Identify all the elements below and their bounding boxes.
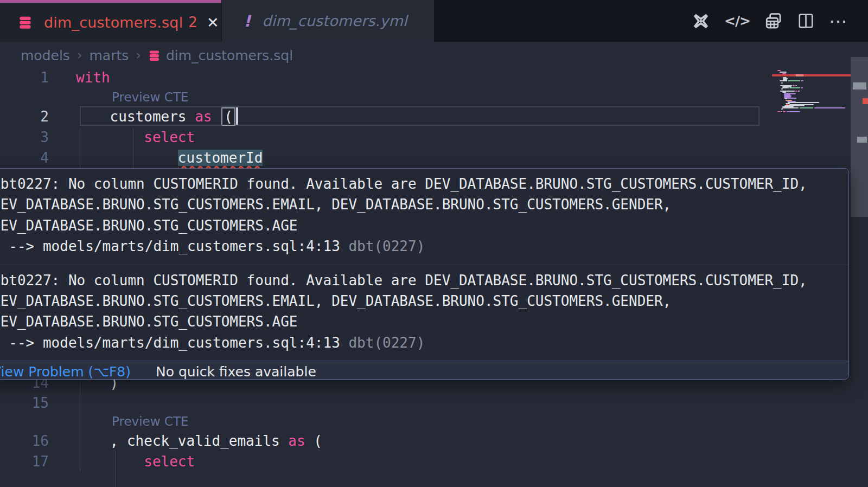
chevron-right-icon: ›	[136, 48, 141, 63]
minimap-code-line	[777, 111, 781, 112]
minimap-code-line	[787, 111, 800, 112]
minimap-code-line	[801, 87, 803, 88]
tab-label: dim_customers.sql	[44, 14, 183, 31]
minimap-code-line	[781, 88, 783, 89]
minimap-code-line	[793, 85, 795, 86]
error-hover-widget: dbt0227: No column CUSTOMERID found. Ava…	[0, 168, 849, 380]
minimap-code-line	[777, 70, 781, 71]
database-icon	[148, 49, 161, 62]
code-line-1[interactable]: 1with	[0, 67, 868, 88]
line-number: 1	[0, 67, 49, 88]
query-results-icon[interactable]	[764, 12, 783, 30]
code-text: customers as (	[76, 106, 238, 127]
minimap-code-line	[798, 91, 800, 92]
more-actions-icon[interactable]: ⋯	[829, 18, 847, 24]
minimap-code-line	[789, 87, 800, 88]
minimap-code-line	[785, 98, 787, 99]
database-icon	[18, 15, 33, 30]
code-text: with	[76, 67, 110, 88]
minimap-code-line	[782, 92, 786, 93]
code-text: , check_valid_emails as (	[76, 431, 322, 451]
minimap-code-line	[782, 107, 799, 108]
line-number: 16	[0, 431, 49, 451]
no-quick-fixes-text: No quick fixes available	[156, 364, 316, 380]
code-text: select	[76, 451, 195, 472]
code-text: select	[76, 127, 195, 148]
diagnostic-text: DEV_DATABASE.BRUNO.STG_CUSTOMERS.EMAIL, …	[0, 194, 841, 215]
minimap-code-line	[801, 80, 803, 81]
line-number: 15	[0, 393, 49, 413]
close-tab-button[interactable]: ✕	[207, 14, 219, 31]
code-lens-preview-cte[interactable]: Preview CTE	[112, 88, 188, 106]
code-line-15[interactable]: 15	[0, 393, 868, 413]
code-line-2[interactable]: 2 customers as (	[0, 106, 868, 127]
code-lens-preview-cte[interactable]: Preview CTE	[112, 413, 188, 430]
minimap-code-line	[781, 82, 783, 84]
minimap-code-line	[788, 102, 819, 103]
hover-status-bar: View Problem (⌥F8) No quick fixes availa…	[0, 361, 848, 380]
tab-modified-badge: 2	[188, 14, 197, 30]
diagnostic-message: dbt0227: No column CUSTOMERID found. Ava…	[0, 265, 848, 361]
minimap-code-line	[795, 85, 797, 86]
breadcrumb: models › marts › dim_customers.sql	[21, 46, 293, 65]
tab-label: dim_customers.yml	[262, 12, 407, 29]
matched-bracket: (	[221, 107, 235, 126]
diagnostic-text: dbt0227: No column CUSTOMERID found. Ava…	[0, 174, 841, 194]
minimap-code-line	[814, 107, 845, 108]
minimap-code-line	[781, 111, 782, 112]
inline-code-icon[interactable]: </>	[724, 13, 750, 29]
overview-ruler-mark	[857, 137, 867, 143]
minimap-error-highlight	[796, 74, 803, 76]
minimap-code-line	[780, 80, 787, 81]
minimap-code-line	[783, 111, 786, 112]
code-text: customerId	[76, 148, 263, 168]
diagnostic-source: dbt(0227)	[348, 335, 425, 351]
diagnostic-path: --> models/marts/dim_customers.sql:4:13	[0, 238, 348, 254]
minimap-code-line	[795, 91, 797, 92]
editor-actions: </> ⋯	[692, 0, 847, 42]
line-number: 4	[0, 148, 49, 168]
editor-tab-bar: dim_customers.sql 2 ✕ ! dim_customers.ym…	[0, 0, 868, 42]
minimap-code-line	[782, 87, 789, 88]
code-line-3[interactable]: 3 select	[0, 127, 868, 148]
dbt-icon[interactable]	[692, 12, 710, 30]
scrollbar-overview-ruler[interactable]	[851, 0, 868, 487]
view-problem-link[interactable]: View Problem (⌥F8)	[0, 364, 131, 380]
minimap-code-line	[788, 80, 800, 81]
code-line-17[interactable]: 17 select	[0, 451, 868, 472]
breadcrumb-marts[interactable]: marts	[89, 48, 129, 63]
diagnostic-message: dbt0227: No column CUSTOMERID found. Ava…	[0, 169, 848, 265]
minimap-code-line	[781, 108, 783, 110]
overview-ruler-mark	[863, 98, 868, 104]
vscode-window: 1withPreview CTE2 customers as (3 select…	[0, 0, 868, 487]
breadcrumb-models[interactable]: models	[21, 48, 70, 63]
minimap-error-line	[772, 74, 851, 76]
text-cursor	[236, 107, 238, 125]
minimap-code-line	[780, 72, 787, 73]
tab-dim-customers-yml[interactable]: ! dim_customers.yml	[222, 0, 434, 42]
diagnostic-location: --> models/marts/dim_customers.sql:4:13 …	[0, 236, 841, 257]
breadcrumb-file[interactable]: dim_customers.sql	[166, 48, 293, 63]
diagnostic-text: DEV_DATABASE.BRUNO.STG_CUSTOMERS.AGE	[0, 215, 841, 236]
line-number: 17	[0, 451, 49, 472]
line-number: 3	[0, 127, 49, 148]
split-editor-icon[interactable]	[797, 12, 815, 30]
diagnostic-source: dbt(0227)	[348, 238, 425, 254]
chevron-right-icon: ›	[77, 48, 82, 63]
code-line-4[interactable]: 4 customerId	[0, 148, 868, 168]
diagnostic-text: DEV_DATABASE.BRUNO.STG_CUSTOMERS.AGE	[0, 311, 841, 332]
code-line-16[interactable]: 16 , check_valid_emails as (	[0, 431, 868, 451]
diagnostic-location: --> models/marts/dim_customers.sql:4:13 …	[0, 332, 841, 353]
overview-ruler-mark	[853, 82, 866, 89]
minimap-code-line	[800, 107, 813, 108]
diagnostic-path: --> models/marts/dim_customers.sql:4:13	[0, 335, 348, 351]
line-number: 2	[0, 106, 49, 127]
diagnostic-text: dbt0227: No column CUSTOMERID found. Ava…	[0, 270, 841, 291]
tab-dim-customers-sql[interactable]: dim_customers.sql 2 ✕	[0, 0, 221, 42]
diagnostic-text: DEV_DATABASE.BRUNO.STG_CUSTOMERS.EMAIL, …	[0, 291, 841, 311]
error-token: customerId	[178, 150, 263, 166]
warning-icon: !	[244, 12, 251, 30]
